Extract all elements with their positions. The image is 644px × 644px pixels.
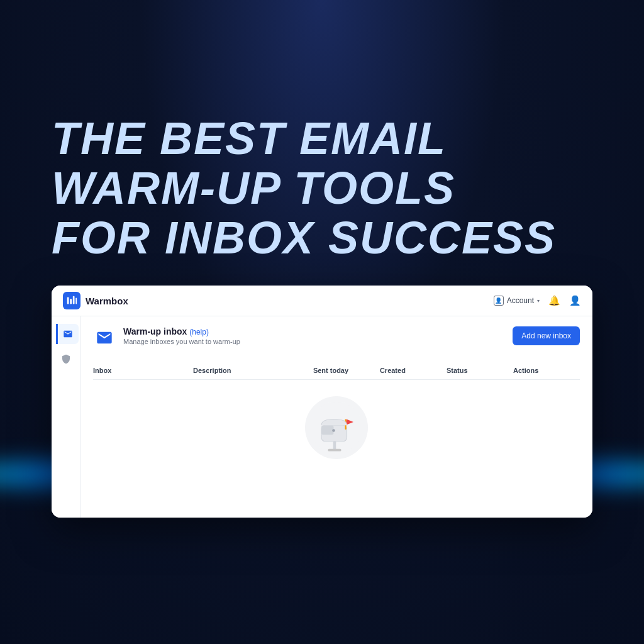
content-wrapper: THE BEST EMAIL WARM-UP TOOLS FOR INBOX S… <box>39 114 605 518</box>
svg-rect-8 <box>333 441 336 450</box>
page-icon <box>93 326 116 349</box>
page-subtitle: Manage inboxes you want to warm-up <box>123 338 240 345</box>
col-header-sent-today: Sent today <box>313 367 380 374</box>
account-label: Account <box>507 296 534 305</box>
sidebar <box>52 316 80 518</box>
bell-icon[interactable]: 🔔 <box>548 295 560 306</box>
sidebar-item-inbox[interactable] <box>56 324 79 344</box>
page-title-area: Warm-up inbox (help) Manage inboxes you … <box>123 326 240 345</box>
svg-rect-6 <box>321 426 334 435</box>
mailbox-illustration <box>305 396 368 459</box>
account-icon: 👤 <box>494 296 504 306</box>
empty-state <box>93 384 580 459</box>
main-content: Warm-up inbox (help) Manage inboxes you … <box>80 316 592 518</box>
sidebar-item-shield[interactable] <box>56 349 76 369</box>
add-new-inbox-button[interactable]: Add new inbox <box>513 326 580 345</box>
shield-sidebar-icon <box>61 354 71 364</box>
app-logo: Warmbox <box>63 292 128 309</box>
col-header-created: Created <box>380 367 447 374</box>
user-icon[interactable]: 👤 <box>569 295 581 306</box>
svg-point-7 <box>332 430 335 433</box>
col-header-description: Description <box>193 367 313 374</box>
svg-rect-0 <box>67 297 69 304</box>
ui-screenshot-card: Warmbox 👤 Account ▾ 🔔 👤 <box>52 286 592 518</box>
chevron-down-icon: ▾ <box>537 298 540 304</box>
col-header-status: Status <box>447 367 513 374</box>
account-button[interactable]: 👤 Account ▾ <box>494 296 540 306</box>
svg-rect-2 <box>73 296 75 304</box>
table-container: Inbox Description Sent today Created Sta… <box>93 362 580 459</box>
headline-text: THE BEST EMAIL WARM-UP TOOLS FOR INBOX S… <box>52 114 592 264</box>
headline-section: THE BEST EMAIL WARM-UP TOOLS FOR INBOX S… <box>39 114 605 264</box>
svg-rect-1 <box>70 299 72 304</box>
app-header: Warmbox 👤 Account ▾ 🔔 👤 <box>52 286 592 316</box>
page-title-help-link[interactable]: (help) <box>189 328 209 336</box>
page-header-left: Warm-up inbox (help) Manage inboxes you … <box>93 326 240 349</box>
col-header-actions: Actions <box>513 367 580 374</box>
logo-svg <box>66 295 77 306</box>
col-header-inbox: Inbox <box>93 367 193 374</box>
table-header: Inbox Description Sent today Created Sta… <box>93 362 580 380</box>
svg-rect-9 <box>328 449 341 452</box>
page-title: Warm-up inbox (help) <box>123 326 240 336</box>
app-body: Warm-up inbox (help) Manage inboxes you … <box>52 316 592 518</box>
mailbox-svg <box>308 399 365 456</box>
app-name: Warmbox <box>86 296 128 306</box>
logo-icon <box>63 292 80 309</box>
page-header: Warm-up inbox (help) Manage inboxes you … <box>93 326 580 349</box>
inbox-sidebar-icon <box>63 329 73 339</box>
app-header-right: 👤 Account ▾ 🔔 👤 <box>494 295 581 306</box>
svg-rect-3 <box>75 298 77 304</box>
